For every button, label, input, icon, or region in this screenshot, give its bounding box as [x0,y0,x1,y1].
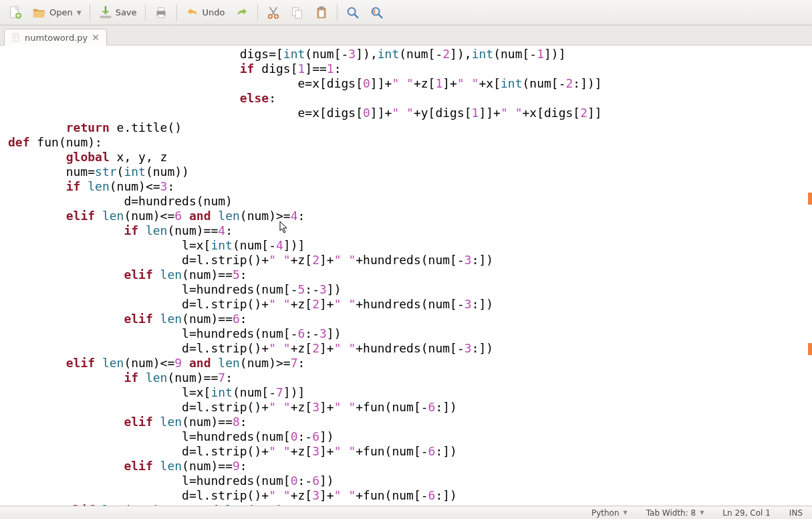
svg-rect-11 [319,6,323,9]
open-button[interactable]: Open ▼ [28,3,86,22]
svg-rect-5 [158,14,164,17]
save-button[interactable]: Save [94,3,141,22]
code-editor[interactable]: digs=[int(num[-3]),int(num[-2]),int(num[… [0,45,806,506]
position-label: Ln 29, Col 1 [722,508,771,518]
svg-rect-15 [13,33,18,41]
copy-icon [290,5,305,20]
cursor-position: Ln 29, Col 1 [713,508,780,518]
editor-area: digs=[int(num[-3]),int(num[-2]),int(num[… [0,45,812,506]
redo-icon [235,5,249,20]
language-label: Python [591,508,620,518]
toolbar-separator [337,4,337,21]
toolbar-separator [257,4,258,21]
scroll-marker [808,193,812,205]
language-mode-selector[interactable]: Python ▼ [582,508,637,518]
open-dropdown-arrow-icon: ▼ [77,9,82,16]
insert-mode[interactable]: INS [780,508,812,518]
svg-rect-4 [158,7,164,11]
document-icon [11,33,21,42]
dropdown-arrow-icon: ▼ [624,510,628,516]
redo-button[interactable] [231,3,253,22]
mode-label: INS [789,508,803,518]
toolbar: Open ▼ Save Undo [0,0,812,25]
file-tab[interactable]: numtoword.py ✕ [4,29,107,45]
find-replace-icon [370,5,384,20]
tab-width-selector[interactable]: Tab Width: 8 ▼ [637,508,714,518]
svg-rect-12 [319,10,323,17]
code-content: digs=[int(num[-3]),int(num[-2]),int(num[… [8,47,806,506]
toolbar-separator [145,4,146,21]
open-folder-icon [32,5,47,20]
open-label: Open [49,7,73,17]
paste-icon [314,5,329,20]
tab-close-button[interactable]: ✕ [92,32,100,43]
paste-button[interactable] [310,3,333,22]
cut-button[interactable] [262,3,285,22]
find-button[interactable] [342,3,364,22]
copy-button[interactable] [286,3,309,22]
svg-rect-2 [100,15,111,18]
dropdown-arrow-icon: ▼ [700,510,704,516]
cut-icon [266,5,281,20]
undo-button[interactable]: Undo [181,3,229,22]
new-file-icon [8,5,23,20]
undo-label: Undo [202,7,225,17]
print-icon [154,5,168,20]
tab-width-label: Tab Width: 8 [646,508,696,518]
save-label: Save [116,7,137,17]
toolbar-separator [90,4,90,21]
tab-bar: numtoword.py ✕ [0,25,812,45]
toolbar-separator [176,4,177,21]
status-bar: Python ▼ Tab Width: 8 ▼ Ln 29, Col 1 INS [0,506,812,519]
print-button[interactable] [150,3,172,22]
undo-icon [185,5,200,20]
svg-rect-9 [295,10,301,18]
scroll-marker [808,343,812,355]
new-file-button[interactable] [4,3,27,22]
find-replace-button[interactable] [366,3,388,22]
search-icon [346,5,360,20]
tab-filename: numtoword.py [25,33,88,43]
save-icon [98,5,113,20]
